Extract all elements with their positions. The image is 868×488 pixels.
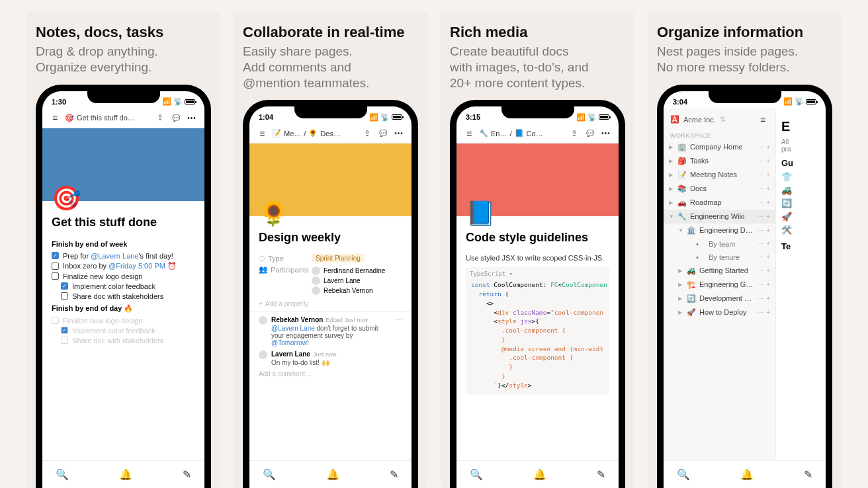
todo-item[interactable]: Share doc with stakeholders <box>61 292 195 300</box>
compose-icon[interactable]: ✎ <box>804 468 812 481</box>
list-item[interactable]: 🔄 <box>781 198 820 208</box>
add-page-icon[interactable]: + <box>766 267 770 274</box>
sidebar-item[interactable]: ▶ 📚 Docs ⋯+ <box>664 182 775 196</box>
body-text[interactable]: Use styled JSX to write scoped CSS-in-JS… <box>466 254 609 262</box>
checkbox-icon[interactable]: ✓ <box>52 252 59 259</box>
more-icon[interactable] <box>600 128 612 140</box>
todo-item[interactable]: Finalize new logo design <box>52 317 195 325</box>
notifications-icon[interactable]: 🔔 <box>533 468 546 481</box>
compose-icon[interactable]: ✎ <box>597 468 605 481</box>
sidebar-item[interactable]: ▼ 🔧 Engineering Wiki ⋯+ <box>664 210 775 224</box>
search-icon[interactable]: 🔍 <box>470 468 483 481</box>
participant[interactable]: Ferdinand Bernadine <box>312 266 402 275</box>
menu-icon[interactable] <box>256 128 268 140</box>
add-page-icon[interactable]: + <box>766 157 770 165</box>
menu-icon[interactable] <box>49 112 61 124</box>
list-item[interactable]: 🛠️ <box>781 225 820 235</box>
breadcrumb[interactable]: 🔧En… / 📘Co… <box>479 129 564 138</box>
section-heading[interactable]: Finish by end of day 🔥 <box>52 304 195 313</box>
todo-item[interactable]: ✓Prep for @Lavern Lane's first day! <box>52 252 195 260</box>
sidebar-item[interactable]: ▶ 🏗️ Engineering Guidelin… ⋯+ <box>664 278 775 292</box>
item-more-icon[interactable]: ⋯ <box>757 295 763 302</box>
page-emoji[interactable]: 📘 <box>466 202 619 225</box>
share-icon[interactable] <box>361 128 373 140</box>
tag[interactable]: Sprint Planning <box>312 254 365 263</box>
notifications-icon[interactable]: 🔔 <box>740 468 754 481</box>
todo-item[interactable]: Inbox zero by @Friday 5:00 PM ⏰ <box>52 262 195 270</box>
breadcrumb[interactable]: 📝Me… / 🌻Des… <box>272 129 357 138</box>
item-more-icon[interactable]: ⋯ <box>757 253 763 261</box>
todo-item[interactable]: ✓Implement color feedback <box>61 327 195 335</box>
add-page-icon[interactable]: + <box>766 295 770 302</box>
share-icon[interactable] <box>568 128 580 140</box>
page-title[interactable]: Code style guidelines <box>456 228 619 251</box>
comments-icon[interactable] <box>584 128 596 140</box>
item-more-icon[interactable]: ⋯ <box>757 240 763 247</box>
add-page-icon[interactable]: + <box>766 281 770 288</box>
sidebar-item[interactable]: ▶ 📝 Meeting Notes ⋯+ <box>664 168 775 182</box>
comment[interactable]: Rebekah VernonEdited Just now @Lavern La… <box>259 316 402 346</box>
comment-more-icon[interactable]: ⋯ <box>396 316 402 346</box>
workspace-switcher[interactable]: 🅰️ Acme Inc. ⇅ <box>664 108 775 131</box>
checkbox-icon[interactable]: ✓ <box>61 282 68 290</box>
code-block[interactable]: TypeScript const CoolComponent: FC<CoolC… <box>466 267 609 395</box>
page-title[interactable]: Design weekly <box>249 228 412 251</box>
page-emoji[interactable]: 🌻 <box>259 202 412 225</box>
item-more-icon[interactable]: ⋯ <box>757 171 763 179</box>
page-emoji[interactable]: 🎯 <box>52 186 204 210</box>
sidebar-item[interactable]: ▶ 🔄 Development Lifecy… ⋯+ <box>664 292 775 305</box>
add-page-icon[interactable]: + <box>766 309 770 316</box>
item-more-icon[interactable]: ⋯ <box>757 185 763 192</box>
property-row[interactable]: 👥Participants Ferdinand Bernadine Lavern… <box>259 265 402 296</box>
sidebar-item[interactable]: • By tenure ⋯+ <box>664 251 775 264</box>
add-property-button[interactable]: Add a property <box>259 300 402 307</box>
todo-item[interactable]: Finalize new logo design <box>52 272 195 280</box>
checkbox-icon[interactable] <box>61 292 68 300</box>
property-row[interactable]: ◌Type Sprint Planning <box>259 254 402 263</box>
sidebar-item[interactable]: ▶ 🏢 Company Home ⋯+ <box>664 140 775 154</box>
menu-icon[interactable] <box>463 128 475 140</box>
comments-icon[interactable] <box>377 128 389 140</box>
checkbox-icon[interactable]: ✓ <box>61 327 68 334</box>
menu-icon[interactable] <box>757 114 769 126</box>
add-page-icon[interactable]: + <box>766 240 770 247</box>
item-more-icon[interactable]: ⋯ <box>757 199 763 206</box>
participant[interactable]: Lavern Lane <box>312 276 402 285</box>
checkbox-icon[interactable] <box>61 337 68 344</box>
add-page-icon[interactable]: + <box>766 253 770 261</box>
item-more-icon[interactable]: ⋯ <box>757 309 763 316</box>
list-item[interactable]: 🚀 <box>781 212 820 222</box>
breadcrumb[interactable]: 🎯 Get this stuff do… <box>65 114 150 122</box>
list-item[interactable]: 🚜 <box>781 185 820 195</box>
checkbox-icon[interactable] <box>52 272 59 280</box>
add-page-icon[interactable]: + <box>766 227 770 234</box>
sidebar-item[interactable]: ▶ 🚜 Getting Started ⋯+ <box>664 264 775 278</box>
item-more-icon[interactable]: ⋯ <box>757 143 763 151</box>
add-page-icon[interactable]: + <box>766 199 770 206</box>
item-more-icon[interactable]: ⋯ <box>757 157 763 165</box>
item-more-icon[interactable]: ⋯ <box>757 267 763 274</box>
comments-icon[interactable] <box>170 112 182 124</box>
item-more-icon[interactable]: ⋯ <box>757 213 763 220</box>
sidebar-item[interactable]: • By team ⋯+ <box>664 237 775 251</box>
compose-icon[interactable]: ✎ <box>390 468 398 481</box>
add-comment-input[interactable]: Add a comment… <box>259 370 402 378</box>
add-page-icon[interactable]: + <box>766 185 770 192</box>
sidebar-item[interactable]: ▼ 🏛️ Engineering Directory ⋯+ <box>664 224 775 237</box>
page-title[interactable]: Get this stuff done <box>42 213 204 236</box>
more-icon[interactable] <box>393 128 405 140</box>
add-page-icon[interactable]: + <box>766 143 770 151</box>
search-icon[interactable]: 🔍 <box>56 468 69 481</box>
add-page-icon[interactable]: + <box>766 171 770 179</box>
code-language-select[interactable]: TypeScript <box>470 270 513 278</box>
more-icon[interactable] <box>186 112 198 124</box>
comment[interactable]: Lavern LaneJust now On my to-do list! 🙌 <box>259 350 402 366</box>
add-page-icon[interactable]: + <box>766 213 770 220</box>
compose-icon[interactable]: ✎ <box>183 468 191 481</box>
sidebar-item[interactable]: ▶ 🚗 Roadmap ⋯+ <box>664 196 775 210</box>
item-more-icon[interactable]: ⋯ <box>757 281 763 288</box>
share-icon[interactable] <box>154 112 166 124</box>
participant[interactable]: Rebekah Vernon <box>312 286 402 295</box>
sidebar-item[interactable]: ▶ 🚀 How to Deploy ⋯+ <box>664 305 775 319</box>
notifications-icon[interactable]: 🔔 <box>326 468 339 481</box>
